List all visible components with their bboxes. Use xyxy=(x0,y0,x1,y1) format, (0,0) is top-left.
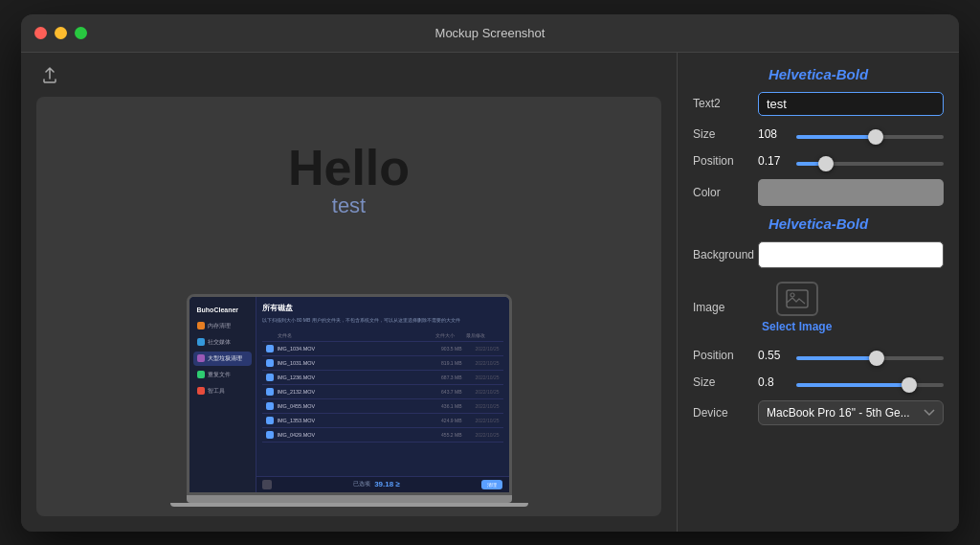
app-desc: 以下扫描到大小 80 MB 用户的文件夹，不包含系统文件，可以从这里选择删除不需… xyxy=(262,317,503,324)
image-placeholder[interactable]: Select Image xyxy=(762,282,832,333)
laptop-base xyxy=(187,495,512,503)
table-row: IMG_2132.MOV 643.7 MB 2022/10/25 xyxy=(262,385,503,399)
size-label: Size xyxy=(693,127,750,141)
image-section: Image Select Image xyxy=(693,278,944,337)
app-screenshot: BuhoCleaner 内存清理 社交媒体 xyxy=(189,297,509,492)
mockup-preview: Hello test BuhoCleaner xyxy=(36,97,661,516)
size-value: 108 xyxy=(758,127,789,141)
hello-text: Hello xyxy=(36,143,661,193)
sub-text: test xyxy=(36,193,661,220)
bg-size-row: Size 0.8 xyxy=(693,374,944,391)
position-value: 0.17 xyxy=(758,154,789,168)
bg-position-row: Position 0.55 xyxy=(693,347,944,364)
app-window: Mockup Screenshot Hello test xyxy=(21,14,959,532)
canvas-area: Hello test BuhoCleaner xyxy=(36,97,661,516)
table-row: IMG_1236.MOV 687.3 MB 2022/10/25 xyxy=(262,371,503,385)
image-icon-box xyxy=(776,282,818,316)
background-color-picker[interactable] xyxy=(758,241,944,268)
close-button[interactable] xyxy=(34,27,47,39)
laptop-screen: BuhoCleaner 内存清理 社交媒体 xyxy=(187,294,512,495)
device-select[interactable]: MacBook Pro 16" - 5th Ge... MacBook Pro … xyxy=(758,400,944,425)
toolbar xyxy=(36,62,661,89)
text2-input[interactable] xyxy=(758,92,944,116)
position-slider[interactable] xyxy=(796,162,944,166)
size-row: Size 108 xyxy=(693,125,944,143)
maximize-button[interactable] xyxy=(75,27,87,39)
window-title: Mockup Screenshot xyxy=(435,26,546,40)
share-button[interactable] xyxy=(36,62,63,89)
select-image-button[interactable]: Select Image xyxy=(762,320,832,333)
right-panel: Helvetica-Bold Text2 Size 108 Position 0… xyxy=(677,53,959,532)
font-title-bottom: Helvetica-Bold xyxy=(693,216,944,232)
device-row: Device MacBook Pro 16" - 5th Ge... MacBo… xyxy=(693,400,944,425)
sidebar-item-1: 社交媒体 xyxy=(193,335,252,350)
laptop-foot xyxy=(170,503,528,507)
laptop-mockup: BuhoCleaner 内存清理 社交媒体 xyxy=(187,294,512,507)
position-label: Position xyxy=(693,154,750,168)
svg-point-1 xyxy=(791,293,794,297)
color-label: Color xyxy=(693,186,750,199)
bg-position-slider[interactable] xyxy=(796,356,944,360)
app-main-title: 所有磁盘 xyxy=(262,303,503,313)
sidebar-title: BuhoCleaner xyxy=(193,305,252,319)
app-bottom-bar: 已选项 39.18 ≥ 清理 xyxy=(256,476,509,492)
size-slider[interactable] xyxy=(796,135,944,139)
device-label: Device xyxy=(693,406,750,420)
main-panel: Hello test BuhoCleaner xyxy=(21,53,677,532)
file-header: 文件名 文件大小 最后修改 xyxy=(262,329,503,342)
table-row: IMG_0455.MOV 436.1 MB 2022/10/25 xyxy=(262,399,503,414)
color-row: Color xyxy=(693,179,944,206)
sidebar-item-0: 内存清理 xyxy=(193,319,252,333)
sidebar-item-3: 重复文件 xyxy=(193,368,252,382)
sidebar-item-4: 智工具 xyxy=(193,384,252,398)
content-area: Hello test BuhoCleaner xyxy=(21,53,959,532)
bg-size-value: 0.8 xyxy=(758,375,789,389)
titlebar: Mockup Screenshot xyxy=(21,14,959,53)
position-row: Position 0.17 xyxy=(693,152,944,170)
table-row: IMG_0429.MOV 455.2 MB 2022/10/25 xyxy=(262,428,503,443)
file-list: 文件名 文件大小 最后修改 IMG_1034.MOV 903.5 xyxy=(262,329,503,443)
bg-position-value: 0.55 xyxy=(758,349,789,362)
bg-size-label: Size xyxy=(693,375,750,389)
sidebar-item-2: 大型垃圾清理 xyxy=(193,352,252,366)
image-label: Image xyxy=(693,301,750,314)
table-row: IMG_1031.MOV 819.1 MB 2022/10/25 xyxy=(262,356,503,371)
app-sidebar: BuhoCleaner 内存清理 社交媒体 xyxy=(189,297,256,492)
traffic-lights xyxy=(34,27,87,39)
text-overlay: Hello test xyxy=(36,143,661,220)
clean-button[interactable]: 清理 xyxy=(481,480,502,489)
app-main: 所有磁盘 以下扫描到大小 80 MB 用户的文件夹，不包含系统文件，可以从这里选… xyxy=(256,297,509,476)
table-row: IMG_1353.MOV 424.9 MB 2022/10/25 xyxy=(262,414,503,428)
font-title-top: Helvetica-Bold xyxy=(693,66,944,82)
text2-row: Text2 xyxy=(693,92,944,116)
text2-label: Text2 xyxy=(693,97,750,110)
minimize-button[interactable] xyxy=(55,27,67,39)
background-row: Background xyxy=(693,241,944,268)
table-row: IMG_1034.MOV 903.5 MB 2022/10/25 xyxy=(262,342,503,356)
svg-rect-0 xyxy=(787,290,808,307)
bg-size-slider[interactable] xyxy=(796,383,944,387)
bg-position-label: Position xyxy=(693,349,750,362)
background-label: Background xyxy=(693,248,750,261)
color-swatch[interactable] xyxy=(758,179,944,206)
